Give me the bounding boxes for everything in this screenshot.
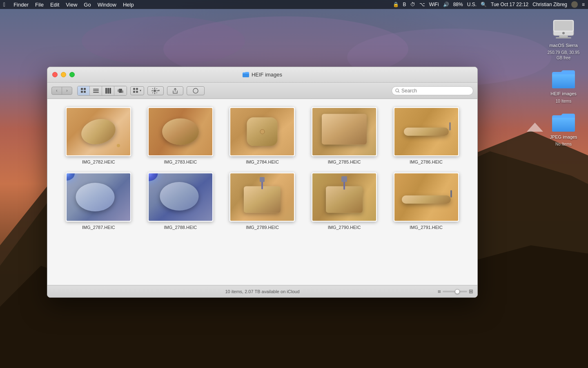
help-menu[interactable]: Help	[123, 2, 134, 8]
file-item-img2784[interactable]: IMG_2784.HEIC	[229, 107, 295, 164]
icon-view-icon	[81, 88, 87, 94]
desktop-icon-macos-sierra[interactable]: macOS Sierra 250.79 GB, 30.95 GB free	[547, 16, 580, 61]
heif-images-sublabel: 10 Items	[556, 99, 571, 104]
zoom-slider-thumb[interactable]	[455, 289, 460, 294]
finder-menu[interactable]: Finder	[13, 2, 29, 8]
button-2784	[260, 129, 265, 134]
jpeg-images-sublabel: No Items	[555, 141, 572, 147]
svg-rect-16	[556, 37, 571, 38]
go-menu[interactable]: Go	[84, 2, 91, 8]
svg-rect-31	[136, 88, 138, 90]
svg-point-9	[82, 16, 245, 65]
glow-2788	[148, 173, 158, 181]
coverflow-view-button[interactable]	[114, 86, 127, 95]
file-label-img2787: IMG_2787.HEIC	[82, 225, 115, 230]
file-label-img2782: IMG_2782.HEIC	[82, 159, 115, 164]
svg-point-34	[154, 90, 156, 92]
zoom-slider-track[interactable]	[443, 291, 467, 292]
action-dropdown-icon: ▾	[158, 89, 160, 92]
heif-images-label: HEIF images	[550, 91, 577, 96]
glow-2787	[66, 173, 75, 181]
menubar-battery: 88%	[453, 2, 463, 7]
icon-view-button[interactable]	[78, 86, 90, 95]
file-item-img2786[interactable]: IMG_2786.HEIC	[394, 107, 459, 164]
list-view-icon	[93, 88, 99, 94]
zoom-slider[interactable]: ⊞ ⊞	[438, 288, 473, 294]
file-item-img2783[interactable]: IMG_2783.HEIC	[148, 107, 213, 164]
column-view-button[interactable]	[102, 86, 114, 95]
file-item-img2789[interactable]: IMG_2789.HEIC	[229, 173, 295, 230]
action-button[interactable]: ▾	[147, 86, 164, 95]
thumbnail-img2782	[66, 107, 131, 156]
title-folder-icon	[243, 72, 249, 77]
close-button[interactable]	[52, 72, 58, 77]
svg-rect-13	[554, 21, 573, 31]
list-view-button[interactable]	[90, 86, 102, 95]
arrange-dropdown-icon: ▾	[140, 89, 141, 92]
forward-button[interactable]: ›	[62, 87, 72, 95]
maximize-button[interactable]	[69, 72, 75, 77]
device-shape-2785	[322, 114, 367, 145]
connector-2791	[450, 190, 452, 197]
svg-rect-42	[156, 92, 158, 93]
menubar-time-machine-icon: ⏱	[410, 2, 415, 7]
coverflow-view-icon	[118, 88, 123, 94]
search-input[interactable]	[401, 88, 470, 94]
menubar-notification-center-icon[interactable]: ≡	[582, 2, 585, 7]
svg-rect-25	[107, 88, 109, 94]
device-shape-2784	[247, 117, 278, 146]
minimize-button[interactable]	[61, 72, 66, 77]
menubar-search-icon[interactable]: 🔍	[481, 2, 487, 7]
desktop-icon-heif-images[interactable]: HEIF images 10 Items	[547, 69, 580, 103]
svg-point-14	[562, 32, 565, 34]
svg-rect-35	[154, 88, 155, 89]
back-button[interactable]: ‹	[51, 87, 62, 95]
menubar-bluetooth2-icon: ⌥	[419, 2, 425, 7]
device-shape-2788	[160, 182, 198, 211]
file-item-img2785[interactable]: IMG_2785.HEIC	[312, 107, 377, 164]
files-row-2: IMG_2787.HEIC IMG_2788.HEIC IMG_2789.HEI…	[60, 173, 465, 230]
search-box[interactable]	[392, 86, 473, 95]
zoom-small-icon: ⊞	[438, 289, 441, 294]
column-view-icon	[105, 88, 111, 94]
device-shape-2783	[162, 119, 199, 145]
view-menu[interactable]: View	[66, 2, 77, 8]
svg-rect-21	[93, 89, 99, 90]
share-button[interactable]	[167, 86, 183, 95]
svg-line-45	[398, 91, 399, 92]
device-shape-2787	[76, 183, 115, 211]
file-item-img2782[interactable]: IMG_2782.HEIC	[66, 107, 131, 164]
file-label-img2785: IMG_2785.HEIC	[328, 159, 361, 164]
svg-point-43	[193, 88, 198, 93]
svg-rect-39	[152, 88, 154, 89]
svg-rect-27	[119, 89, 122, 93]
device-shape-2789	[244, 186, 281, 213]
thumbnail-img2783	[148, 107, 213, 156]
arrange-button[interactable]: ▾	[130, 86, 144, 95]
svg-rect-28	[118, 89, 119, 92]
apple-menu[interactable]: 	[3, 1, 5, 8]
edit-menu[interactable]: Edit	[50, 2, 59, 8]
svg-rect-32	[133, 91, 135, 93]
files-row-1: IMG_2782.HEIC IMG_2783.HEIC IMG_2784.HEI…	[60, 107, 465, 164]
menu-bar:  Finder File Edit View Go Window Help 🔒…	[0, 0, 588, 9]
file-item-img2790[interactable]: IMG_2790.HEIC	[312, 173, 377, 230]
thumbnail-img2786	[394, 107, 459, 156]
file-item-img2787[interactable]: IMG_2787.HEIC	[66, 173, 131, 230]
svg-rect-33	[136, 91, 138, 93]
thumbnail-img2789	[229, 173, 295, 222]
device-shape-2782	[78, 115, 118, 148]
jpeg-images-label: JPEG images	[550, 134, 577, 140]
desktop-icon-jpeg-images[interactable]: JPEG images No Items	[547, 112, 580, 147]
device-shape-2790	[326, 186, 363, 213]
svg-rect-23	[93, 92, 99, 93]
nav-buttons: ‹ ›	[51, 87, 72, 95]
window-menu[interactable]: Window	[98, 2, 116, 8]
file-item-img2791[interactable]: IMG_2791.HEIC	[394, 173, 459, 230]
tag-button[interactable]	[187, 86, 205, 95]
file-item-img2788[interactable]: IMG_2788.HEIC	[148, 173, 213, 230]
file-label-img2786: IMG_2786.HEIC	[410, 159, 443, 164]
device-shape-2786	[404, 128, 449, 136]
file-menu[interactable]: File	[35, 2, 44, 8]
finder-window: HEIF images ‹ ›	[47, 67, 478, 298]
